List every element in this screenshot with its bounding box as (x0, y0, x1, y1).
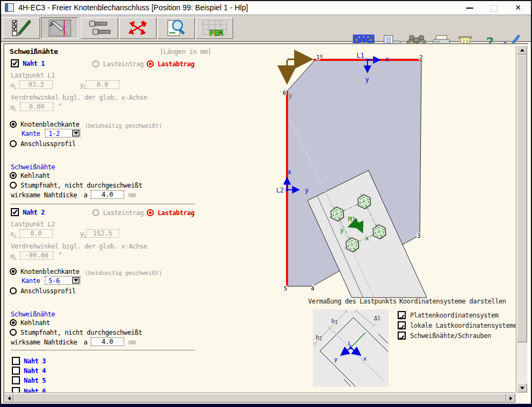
naht1-lasteintrag-label: Lasteintrag (103, 60, 144, 68)
svg-text:y: y (334, 356, 338, 363)
naht1-dicke-field[interactable]: 4.0 (91, 190, 124, 199)
naht6-checkbox[interactable] (12, 387, 20, 392)
option-lastkoordinatensysteme-checkbox[interactable] (398, 321, 406, 329)
naht2-xl-label: xL (10, 230, 17, 240)
arrow-left-icon (8, 396, 10, 401)
weld-settings-panel: Schweißnähte [Längen in mm] Naht 1 Laste… (4, 45, 266, 392)
naht1-checkbox[interactable] (11, 59, 19, 67)
naht1-degree-label: ° (58, 102, 62, 111)
naht2-kante-dropdown[interactable]: 5-6 (45, 276, 80, 285)
naht4-checkbox[interactable] (12, 367, 20, 375)
vertical-scrollbar[interactable] (516, 45, 527, 392)
naht2-lastabtrag-label: Lastabtrag (158, 209, 194, 217)
naht2-stumpfnaht-radio[interactable] (10, 329, 17, 336)
toolbar: FEM ec (0, 15, 532, 42)
naht3-label: Naht 3 (24, 357, 46, 365)
loads-button[interactable] (119, 17, 156, 39)
mini-centerline (331, 329, 384, 381)
naht2-lastabtrag-radio[interactable] (147, 209, 154, 216)
naht1-anschlussprofil-radio[interactable] (10, 140, 17, 147)
naht1-schweissnaehte-subheader: Schweißnähte (11, 163, 55, 171)
naht1-alpha-field[interactable]: 0.00 (20, 102, 53, 111)
fem-label: FEM (209, 29, 223, 37)
window-border (0, 404, 532, 407)
svg-text:3: 3 (417, 232, 421, 239)
minimize-button[interactable] (461, 2, 478, 13)
arrow-right-icon (509, 396, 512, 401)
naht2-mm-label: mm (128, 339, 136, 347)
svg-text:M1: M1 (348, 216, 356, 223)
mini-green-line (352, 333, 365, 347)
naht2-anschlussprofil-radio[interactable] (10, 287, 17, 294)
svg-text:x: x (288, 168, 291, 176)
check-input-button[interactable] (3, 17, 40, 39)
svg-text:2: 2 (419, 54, 423, 61)
horizontal-scrollbar[interactable] (4, 392, 516, 403)
naht1-kante-dropdown[interactable]: 1-2 (45, 129, 80, 137)
fem-button[interactable]: FEM (196, 17, 233, 39)
window-title: 4H-EC3 - Freier Knotenblechanschluss [Po… (18, 3, 248, 12)
naht2-knotenblechkante-radio[interactable] (10, 268, 17, 275)
naht1-xl-field[interactable]: 93.3 (19, 80, 53, 89)
fem-grid-icon: FEM (201, 18, 229, 38)
naht1-lastabtrag-radio[interactable] (147, 60, 154, 67)
vertical-scroll-thumb[interactable] (517, 54, 527, 342)
svg-text:b2: b2 (316, 334, 322, 341)
naht2-kante-dropdown-button[interactable] (72, 277, 79, 284)
naht2-kehlnaht-label: Kehlnaht (21, 319, 50, 327)
svg-text:y: y (340, 226, 344, 234)
preview-button[interactable] (158, 17, 195, 39)
naht2-checkbox[interactable] (11, 208, 19, 216)
naht1-kehlnaht-label: Kehlnaht (21, 172, 50, 180)
svg-text:L1: L1 (357, 52, 364, 59)
naht1-kante-dropdown-button[interactable] (72, 130, 79, 136)
maximize-button[interactable] (486, 2, 502, 13)
scroll-down-button[interactable] (517, 383, 527, 392)
naht1-lasteintrag-radio[interactable] (92, 60, 99, 67)
close-button[interactable]: ✕ (510, 2, 526, 13)
magnifier-document-icon (166, 18, 187, 38)
arrow-down-icon (520, 387, 524, 389)
svg-text:y: y (289, 92, 292, 99)
naht2-yl-field[interactable]: 152.5 (86, 229, 119, 238)
naht2-lasteintrag-radio[interactable] (92, 209, 99, 216)
divider (11, 350, 195, 350)
naht2-degree-label: ° (58, 251, 62, 259)
naht2-xl-field[interactable]: 0.0 (19, 229, 53, 238)
units-note: [Längen in mm] (160, 48, 212, 56)
naht1-anschlussprofil-label: Anschlussprofil (21, 140, 76, 148)
naht1-stumpfnaht-radio[interactable] (10, 182, 17, 189)
bolts-button[interactable] (81, 17, 118, 39)
weld-seams-button[interactable] (41, 17, 78, 39)
scroll-left-button[interactable] (4, 394, 13, 403)
option-plattenkoordinatensystem-label: Plattenkoordinatensystem (410, 312, 499, 319)
scroll-right-button[interactable] (506, 394, 515, 403)
naht2-lasteintrag-label: Lasteintrag (103, 209, 144, 217)
naht1-kante-label: Kante (22, 130, 40, 138)
naht1-alpha-label: αL (10, 104, 17, 114)
horizontal-scroll-thumb[interactable] (13, 394, 506, 403)
option-plattenkoordinatensystem-checkbox[interactable] (398, 311, 406, 319)
svg-text:x: x (365, 234, 369, 242)
app-icon (5, 3, 14, 12)
naht2-kehlnaht-radio[interactable] (10, 319, 17, 326)
naht2-dicke-label: wirksame Nahtdicke (11, 339, 77, 347)
naht2-dicke-field[interactable]: 4.0 (91, 337, 124, 346)
svg-text:y: y (305, 187, 309, 194)
naht2-alpha-field[interactable]: -90.00 (20, 251, 53, 260)
naht2-anschlussprofil-label: Anschlussprofil (21, 287, 76, 295)
arrow-up-icon (520, 49, 524, 51)
option-schweissnaehte-schrauben-checkbox[interactable] (398, 332, 406, 340)
naht5-checkbox[interactable] (12, 376, 20, 384)
naht2-kante-value: 5-6 (49, 277, 59, 285)
naht1-knotenblechkante-radio[interactable] (10, 121, 17, 128)
naht1-kehlnaht-radio[interactable] (10, 172, 17, 179)
svg-text:L2: L2 (276, 187, 284, 194)
naht3-checkbox[interactable] (12, 357, 20, 365)
scroll-up-button[interactable] (517, 45, 527, 54)
naht1-lastpunkt-label: Lastpunkt L1 (11, 72, 55, 80)
title-bar: 4H-EC3 - Freier Knotenblechanschluss [Po… (0, 0, 532, 15)
naht1-yl-field[interactable]: 0.0 (86, 80, 119, 89)
coord-display-caption: Koordinatensysteme darstellen (399, 298, 506, 305)
svg-text:x: x (319, 52, 323, 60)
